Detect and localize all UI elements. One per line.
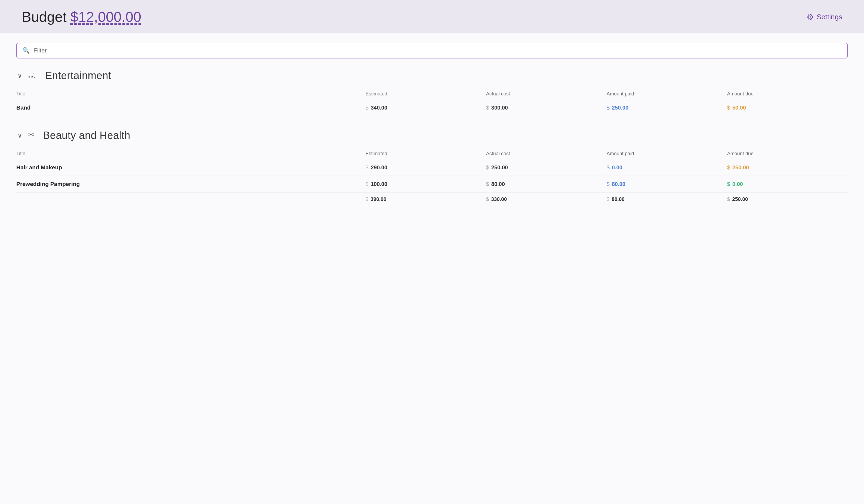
table-column-header: Estimated xyxy=(365,148,486,159)
totals-row: $390.00$330.00$80.00$250.00 xyxy=(16,193,848,207)
total-value: 80.00 xyxy=(612,196,625,202)
actual-cost-value: 80.00 xyxy=(491,181,505,187)
paid-value: 250.00 xyxy=(612,105,628,111)
budget-amount[interactable]: $12,000.00 xyxy=(71,9,141,25)
budget-table-entertainment: TitleEstimatedActual costAmount paidAmou… xyxy=(16,88,848,116)
paid-value: 80.00 xyxy=(612,181,625,187)
main-content: 🔍 ∨♩𝅗𝅥♫EntertainmentTitleEstimatedActual… xyxy=(0,33,864,504)
item-title: Band xyxy=(16,99,365,116)
totals-value: $330.00 xyxy=(486,193,607,207)
table-row: Band$340.00$300.00$250.00$50.00 xyxy=(16,99,848,116)
collapse-button-entertainment[interactable]: ∨ xyxy=(16,71,23,81)
table-column-header: Title xyxy=(16,88,365,99)
item-amount-paid: $250.00 xyxy=(607,99,727,116)
category-section-beauty-health: ∨✂Beauty and HealthTitleEstimatedActual … xyxy=(16,129,848,207)
dollar-sign-due: $ xyxy=(727,105,730,111)
collapse-button-beauty-health[interactable]: ∨ xyxy=(16,131,23,140)
categories-container: ∨♩𝅗𝅥♫EntertainmentTitleEstimatedActual c… xyxy=(16,69,848,207)
table-column-header: Title xyxy=(16,148,365,159)
item-estimated: $340.00 xyxy=(365,99,486,116)
item-estimated: $290.00 xyxy=(365,159,486,176)
category-section-entertainment: ∨♩𝅗𝅥♫EntertainmentTitleEstimatedActual c… xyxy=(16,69,848,116)
budget-table-beauty-health: TitleEstimatedActual costAmount paidAmou… xyxy=(16,148,848,207)
total-value: 250.00 xyxy=(732,196,748,202)
dollar-sign-icon: $ xyxy=(365,105,369,111)
category-title-entertainment: Entertainment xyxy=(45,70,111,82)
budget-label: Budget xyxy=(22,9,67,25)
table-column-header: Amount paid xyxy=(607,88,727,99)
dollar-sign-paid: $ xyxy=(607,181,610,187)
dollar-sign-paid: $ xyxy=(607,164,610,171)
category-title-beauty-health: Beauty and Health xyxy=(43,130,130,142)
actual-cost-value: 250.00 xyxy=(491,164,508,171)
due-value: 0.00 xyxy=(732,181,743,187)
table-column-header: Amount due xyxy=(727,88,848,99)
total-value: 390.00 xyxy=(371,196,386,202)
item-amount-due: $50.00 xyxy=(727,99,848,116)
filter-bar: 🔍 xyxy=(16,43,848,59)
dollar-sign-due: $ xyxy=(727,181,730,187)
table-row: Prewedding Pampering$100.00$80.00$80.00$… xyxy=(16,176,848,193)
svg-text:♩𝅗𝅥♫: ♩𝅗𝅥♫ xyxy=(28,71,36,79)
item-actual-cost: $250.00 xyxy=(486,159,607,176)
total-value: 330.00 xyxy=(491,196,507,202)
due-value: 250.00 xyxy=(732,164,749,171)
dollar-sign-icon: $ xyxy=(727,196,730,202)
category-header-beauty-health: ∨✂Beauty and Health xyxy=(16,129,848,142)
item-actual-cost: $300.00 xyxy=(486,99,607,116)
item-amount-due: $250.00 xyxy=(727,159,848,176)
item-amount-paid: $0.00 xyxy=(607,159,727,176)
paid-value: 0.00 xyxy=(612,164,622,171)
item-title: Prewedding Pampering xyxy=(16,176,365,193)
category-header-entertainment: ∨♩𝅗𝅥♫Entertainment xyxy=(16,69,848,82)
dollar-sign-icon: $ xyxy=(486,105,489,111)
table-column-header: Amount due xyxy=(727,148,848,159)
gear-icon: ⚙ xyxy=(807,12,814,22)
item-actual-cost: $80.00 xyxy=(486,176,607,193)
svg-text:✂: ✂ xyxy=(28,131,34,139)
item-amount-due: $0.00 xyxy=(727,176,848,193)
estimated-value: 100.00 xyxy=(371,181,387,187)
budget-title: Budget $12,000.00 xyxy=(22,9,141,25)
dollar-sign-icon: $ xyxy=(365,181,369,187)
estimated-value: 340.00 xyxy=(371,105,387,111)
filter-input[interactable] xyxy=(34,47,842,54)
totals-value: $80.00 xyxy=(607,193,727,207)
category-icon-beauty-health: ✂ xyxy=(28,129,39,142)
table-column-header: Estimated xyxy=(365,88,486,99)
dollar-sign-icon: $ xyxy=(486,164,489,171)
totals-value: $250.00 xyxy=(727,193,848,207)
item-amount-paid: $80.00 xyxy=(607,176,727,193)
dollar-sign-icon: $ xyxy=(607,196,610,202)
dollar-sign-due: $ xyxy=(727,164,730,171)
table-column-header: Amount paid xyxy=(607,148,727,159)
settings-button[interactable]: ⚙ Settings xyxy=(807,12,842,22)
item-estimated: $100.00 xyxy=(365,176,486,193)
category-icon-entertainment: ♩𝅗𝅥♫ xyxy=(28,69,41,82)
item-title: Hair and Makeup xyxy=(16,159,365,176)
table-row: Hair and Makeup$290.00$250.00$0.00$250.0… xyxy=(16,159,848,176)
dollar-sign-icon: $ xyxy=(365,164,369,171)
page-header: Budget $12,000.00 ⚙ Settings xyxy=(0,0,864,33)
dollar-sign-icon: $ xyxy=(486,181,489,187)
table-column-header: Actual cost xyxy=(486,148,607,159)
estimated-value: 290.00 xyxy=(371,164,387,171)
due-value: 50.00 xyxy=(732,105,746,111)
table-column-header: Actual cost xyxy=(486,88,607,99)
totals-label xyxy=(16,193,365,207)
dollar-sign-icon: $ xyxy=(365,196,369,202)
totals-value: $390.00 xyxy=(365,193,486,207)
actual-cost-value: 300.00 xyxy=(491,105,508,111)
dollar-sign-icon: $ xyxy=(486,196,489,202)
dollar-sign-paid: $ xyxy=(607,105,610,111)
settings-label: Settings xyxy=(817,13,842,21)
search-icon: 🔍 xyxy=(22,47,29,54)
